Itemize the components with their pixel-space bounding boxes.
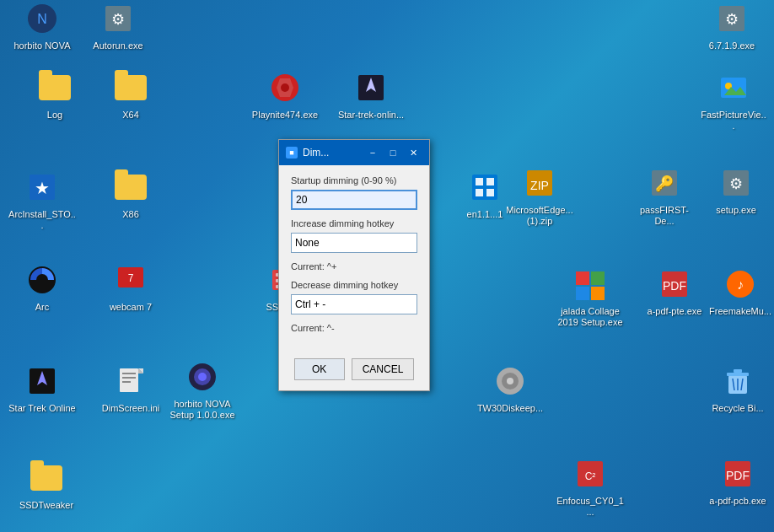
increase-current-text: Current: ^+ (291, 261, 417, 271)
dialog-close-button[interactable]: ✕ (404, 145, 422, 160)
dialog-buttons-row: OK CANCEL (279, 352, 429, 390)
ok-button[interactable]: OK (294, 358, 345, 380)
dialog-titlebar-left: ■ Dim... (286, 147, 329, 159)
dim-dialog: ■ Dim... − □ ✕ Startup dimming (0-90 %) … (278, 139, 430, 391)
dialog-titlebar: ■ Dim... − □ ✕ (279, 140, 429, 165)
decrease-hotkey-label: Decrease dimming hotkey (291, 280, 417, 290)
increase-hotkey-input[interactable] (291, 233, 417, 253)
startup-dimming-input[interactable] (291, 190, 417, 210)
startup-dimming-label: Startup dimming (0-90 %) (291, 175, 417, 185)
dialog-maximize-button[interactable]: □ (384, 145, 402, 160)
decrease-current-text: Current: ^- (291, 323, 417, 333)
dialog-content: Startup dimming (0-90 %) Increase dimmin… (279, 165, 429, 352)
desktop: N horbito NOVA ⚙ Autorun.exe ⚙ 6.7.1.9.e… (0, 0, 774, 532)
dialog-minimize-button[interactable]: − (363, 145, 382, 160)
dialog-overlay: ■ Dim... − □ ✕ Startup dimming (0-90 %) … (0, 0, 774, 532)
dialog-title-icon: ■ (286, 147, 298, 159)
cancel-button[interactable]: CANCEL (352, 358, 415, 380)
increase-hotkey-label: Increase dimming hotkey (291, 218, 417, 228)
dialog-controls: − □ ✕ (363, 145, 422, 160)
dialog-title-text: Dim... (303, 147, 329, 159)
decrease-hotkey-input[interactable] (291, 294, 417, 314)
